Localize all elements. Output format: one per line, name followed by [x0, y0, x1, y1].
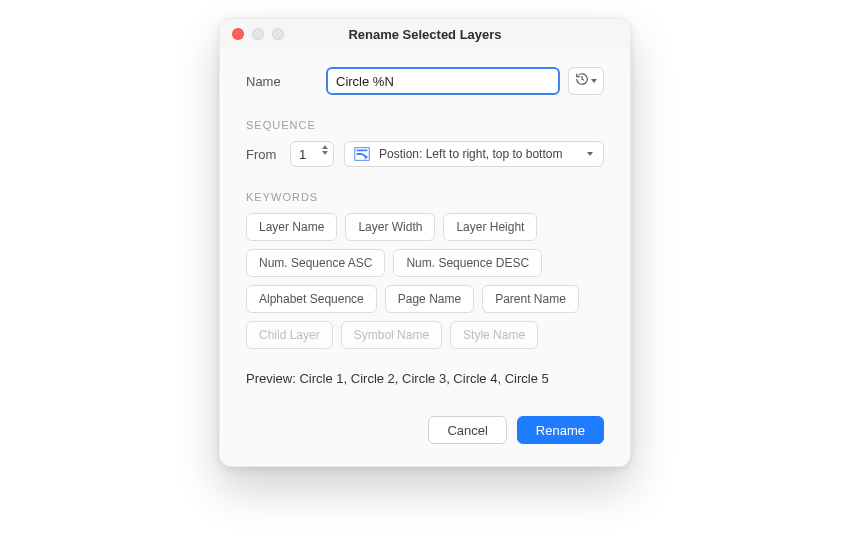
keyword-chip[interactable]: Alphabet Sequence [246, 285, 377, 313]
history-dropdown-button[interactable] [568, 67, 604, 95]
keywords-chip-group: Layer NameLayer WidthLayer HeightNum. Se… [246, 213, 604, 349]
position-text: Postion: Left to right, top to bottom [379, 147, 562, 161]
keyword-chip[interactable]: Layer Width [345, 213, 435, 241]
keyword-chip: Style Name [450, 321, 538, 349]
preview-text: Circle 1, Circle 2, Circle 3, Circle 4, … [299, 371, 548, 386]
sequence-row: From 1 Postion: Left to right, [246, 141, 604, 167]
from-label: From [246, 147, 286, 162]
chevron-down-icon [322, 151, 328, 155]
keyword-chip[interactable]: Num. Sequence ASC [246, 249, 385, 277]
keyword-chip[interactable]: Layer Height [443, 213, 537, 241]
minimize-window-button [252, 28, 264, 40]
from-value: 1 [299, 147, 306, 162]
chevron-up-icon [322, 145, 328, 149]
traffic-lights [232, 28, 284, 40]
rename-button[interactable]: Rename [517, 416, 604, 444]
keyword-chip[interactable]: Layer Name [246, 213, 337, 241]
titlebar: Rename Selected Layers [220, 19, 630, 49]
keywords-header: KEYWORDS [246, 191, 604, 203]
preview-label: Preview: [246, 371, 296, 386]
keyword-chip[interactable]: Page Name [385, 285, 474, 313]
chevron-down-icon [587, 152, 593, 156]
chevron-down-icon [591, 79, 597, 83]
cancel-button[interactable]: Cancel [428, 416, 506, 444]
name-row: Name [246, 67, 604, 95]
dialog-footer: Cancel Rename [246, 416, 604, 444]
keyword-chip[interactable]: Num. Sequence DESC [393, 249, 542, 277]
keyword-chip: Symbol Name [341, 321, 442, 349]
close-window-button[interactable] [232, 28, 244, 40]
position-select[interactable]: Postion: Left to right, top to bottom [344, 141, 604, 167]
name-input[interactable] [326, 67, 560, 95]
preview-row: Preview: Circle 1, Circle 2, Circle 3, C… [246, 371, 604, 386]
keyword-chip[interactable]: Parent Name [482, 285, 579, 313]
keyword-chip: Child Layer [246, 321, 333, 349]
history-icon [575, 72, 589, 90]
dialog-content: Name SEQUENCE From 1 [220, 49, 630, 466]
name-label: Name [246, 74, 298, 89]
dialog-window: Rename Selected Layers Name SEQUENCE Fro… [219, 18, 631, 467]
position-order-icon [353, 145, 371, 163]
from-stepper[interactable]: 1 [290, 141, 334, 167]
sequence-header: SEQUENCE [246, 119, 604, 131]
stepper-arrows [322, 145, 328, 155]
zoom-window-button [272, 28, 284, 40]
